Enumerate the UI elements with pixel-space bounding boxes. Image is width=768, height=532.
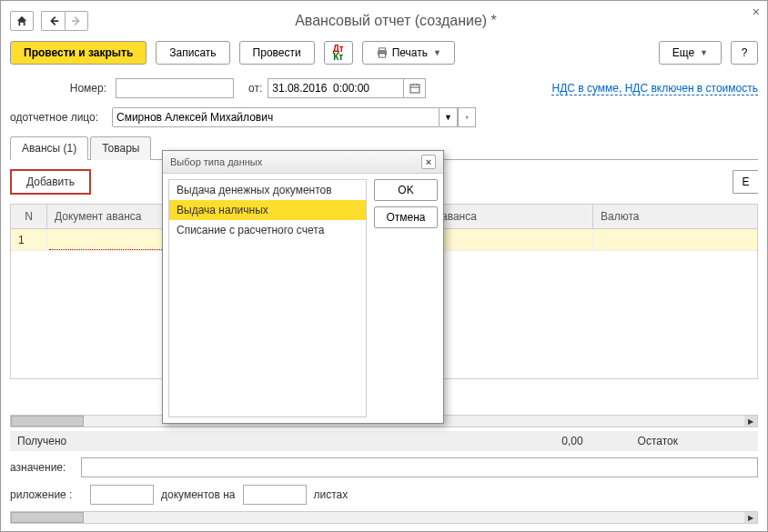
number-label: Номер: (28, 82, 110, 95)
number-input[interactable] (116, 78, 234, 98)
list-item[interactable]: Списание с расчетного счета (169, 220, 366, 240)
dtkt-button[interactable]: ДтКт (324, 41, 353, 65)
more-label: Еще (672, 46, 694, 59)
th-currency: Валюта (593, 205, 757, 228)
print-button[interactable]: Печать ▼ (362, 41, 455, 65)
window-scrollbar[interactable]: ▶ (10, 511, 758, 524)
person-open-button[interactable]: ▫ (458, 107, 476, 127)
main-window: × Авансовый отчет (создание) * Провести … (0, 0, 768, 532)
attachment-label: риложение : (10, 488, 83, 501)
footer: ▶ Получено 0,00 Остаток азначение: рилож… (10, 415, 758, 524)
save-button[interactable]: Записать (156, 41, 229, 65)
calendar-button[interactable] (404, 78, 426, 98)
cell-n: 1 (11, 229, 47, 250)
received-label: Получено (17, 435, 66, 447)
number-row: Номер: от: НДС в сумме, НДС включен в ст… (10, 77, 758, 99)
th-n: N (11, 205, 47, 228)
tab-more-button[interactable]: Е (733, 170, 758, 194)
more-button[interactable]: Еще ▼ (659, 41, 722, 65)
printer-icon (376, 47, 389, 58)
add-button[interactable]: Добавить (10, 169, 91, 195)
open-icon: ▫ (465, 113, 468, 122)
from-label: от: (248, 82, 262, 95)
chevron-down-icon: ▼ (444, 113, 452, 122)
chevron-down-icon: ▼ (433, 48, 441, 57)
type-selection-dialog: Выбор типа данных × Выдача денежных доку… (162, 150, 444, 424)
cancel-button[interactable]: Отмена (374, 206, 438, 228)
sheets-count-input[interactable] (243, 485, 307, 505)
dialog-titlebar[interactable]: Выбор типа данных × (163, 151, 443, 174)
print-label: Печать (392, 46, 428, 59)
arrow-left-icon (47, 15, 60, 27)
submit-button[interactable]: Провести (239, 41, 315, 65)
scroll-right-icon[interactable]: ▶ (744, 416, 757, 427)
svg-rect-3 (410, 85, 419, 93)
home-icon (15, 15, 28, 27)
dialog-title: Выбор типа данных (170, 156, 262, 167)
purpose-label: азначение: (10, 461, 74, 474)
back-button[interactable] (41, 11, 65, 31)
svg-rect-0 (379, 48, 385, 51)
svg-rect-2 (379, 54, 385, 57)
cell-currency (593, 229, 757, 250)
list-item[interactable]: Выдача наличных (169, 200, 366, 220)
dialog-buttons: OK Отмена (374, 179, 438, 417)
dialog-close-button[interactable]: × (421, 155, 436, 169)
person-input[interactable] (112, 107, 440, 127)
help-button[interactable]: ? (731, 41, 758, 65)
date-group (268, 78, 426, 98)
calendar-icon (409, 83, 420, 94)
person-label: одотчетное лицо: (10, 111, 106, 124)
vat-link[interactable]: НДС в сумме, НДС включен в стоимость (551, 82, 758, 95)
scrollbar-thumb[interactable] (11, 512, 84, 523)
home-button[interactable] (10, 11, 34, 31)
title-bar: Авансовый отчет (создание) * (10, 8, 758, 34)
person-row: одотчетное лицо: ▼ ▫ (10, 106, 758, 128)
docs-count-input[interactable] (90, 485, 154, 505)
scrollbar-thumb[interactable] (11, 416, 84, 427)
list-item[interactable]: Выдача денежных документов (169, 180, 366, 200)
page-title: Авансовый отчет (создание) * (96, 13, 696, 29)
totals-bar: Получено 0,00 Остаток (10, 431, 758, 451)
forward-button[interactable] (65, 11, 88, 31)
window-close-icon[interactable]: × (753, 5, 760, 19)
attachment-row: риложение : документов на листах (10, 484, 758, 506)
purpose-input[interactable] (81, 457, 758, 477)
sheets-label: листах (314, 488, 349, 501)
dtkt-icon: ДтКт (333, 45, 344, 61)
person-dropdown-button[interactable]: ▼ (440, 107, 458, 127)
tab-advances[interactable]: Авансы (1) (10, 136, 88, 160)
main-toolbar: Провести и закрыть Записать Провести ДтК… (10, 41, 758, 65)
docs-on-label: документов на (161, 488, 236, 501)
purpose-row: азначение: (10, 457, 758, 478)
arrow-right-icon (70, 15, 83, 27)
person-combo: ▼ ▫ (112, 107, 476, 127)
dialog-body: Выдача денежных документов Выдача наличн… (163, 174, 443, 423)
chevron-down-icon: ▼ (700, 48, 708, 57)
type-list: Выдача денежных документов Выдача наличн… (168, 179, 367, 417)
nav-group (41, 11, 88, 31)
date-input[interactable] (268, 78, 404, 98)
tab-goods[interactable]: Товары (90, 136, 151, 160)
ok-button[interactable]: OK (374, 179, 438, 201)
remainder-label: Остаток (638, 435, 678, 447)
scroll-right-icon[interactable]: ▶ (744, 512, 757, 523)
received-value: 0,00 (561, 435, 582, 447)
submit-close-button[interactable]: Провести и закрыть (10, 41, 147, 65)
